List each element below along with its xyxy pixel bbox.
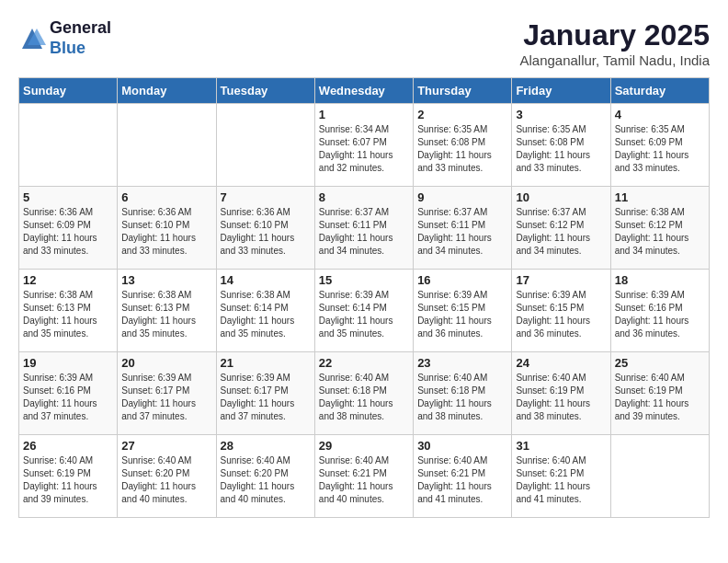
- calendar-cell: 18Sunrise: 6:39 AM Sunset: 6:16 PM Dayli…: [610, 270, 709, 352]
- logo: General Blue: [18, 18, 111, 58]
- day-number: 9: [417, 190, 507, 204]
- calendar-cell: 9Sunrise: 6:37 AM Sunset: 6:11 PM Daylig…: [414, 187, 512, 270]
- day-info: Sunrise: 6:40 AM Sunset: 6:19 PM Dayligh…: [516, 372, 606, 423]
- calendar-cell: 11Sunrise: 6:38 AM Sunset: 6:12 PM Dayli…: [610, 187, 709, 270]
- day-number: 24: [516, 356, 606, 370]
- day-number: 18: [615, 273, 705, 287]
- day-number: 3: [516, 108, 606, 121]
- day-info: Sunrise: 6:36 AM Sunset: 6:10 PM Dayligh…: [121, 206, 211, 258]
- day-info: Sunrise: 6:38 AM Sunset: 6:14 PM Dayligh…: [221, 289, 311, 340]
- location: Alanganallur, Tamil Nadu, India: [519, 52, 710, 68]
- calendar-cell: 19Sunrise: 6:39 AM Sunset: 6:16 PM Dayli…: [19, 352, 118, 435]
- logo-blue-text: Blue: [50, 39, 111, 59]
- header-monday: Monday: [118, 78, 216, 104]
- day-info: Sunrise: 6:35 AM Sunset: 6:08 PM Dayligh…: [516, 123, 606, 175]
- day-info: Sunrise: 6:39 AM Sunset: 6:17 PM Dayligh…: [121, 372, 211, 423]
- header-saturday: Saturday: [610, 78, 709, 104]
- calendar-table: SundayMondayTuesdayWednesdayThursdayFrid…: [18, 77, 710, 518]
- day-number: 17: [516, 273, 606, 287]
- day-info: Sunrise: 6:40 AM Sunset: 6:18 PM Dayligh…: [417, 372, 507, 423]
- calendar-cell: 22Sunrise: 6:40 AM Sunset: 6:18 PM Dayli…: [314, 352, 413, 435]
- day-info: Sunrise: 6:39 AM Sunset: 6:16 PM Dayligh…: [615, 289, 705, 340]
- day-number: 6: [121, 190, 211, 204]
- day-info: Sunrise: 6:40 AM Sunset: 6:21 PM Dayligh…: [417, 454, 507, 506]
- calendar-cell: 13Sunrise: 6:38 AM Sunset: 6:13 PM Dayli…: [118, 270, 216, 352]
- calendar-cell: 2Sunrise: 6:35 AM Sunset: 6:08 PM Daylig…: [414, 104, 512, 187]
- calendar-cell: 25Sunrise: 6:40 AM Sunset: 6:19 PM Dayli…: [610, 352, 709, 435]
- calendar-cell: 14Sunrise: 6:38 AM Sunset: 6:14 PM Dayli…: [216, 270, 314, 352]
- day-info: Sunrise: 6:40 AM Sunset: 6:19 PM Dayligh…: [23, 454, 113, 506]
- day-info: Sunrise: 6:35 AM Sunset: 6:09 PM Dayligh…: [615, 123, 705, 175]
- calendar-cell: 12Sunrise: 6:38 AM Sunset: 6:13 PM Dayli…: [19, 270, 118, 352]
- day-info: Sunrise: 6:37 AM Sunset: 6:12 PM Dayligh…: [516, 206, 606, 258]
- day-number: 28: [221, 439, 311, 453]
- day-info: Sunrise: 6:40 AM Sunset: 6:20 PM Dayligh…: [221, 454, 311, 506]
- day-number: 13: [121, 273, 211, 287]
- calendar-cell: 8Sunrise: 6:37 AM Sunset: 6:11 PM Daylig…: [314, 187, 413, 270]
- month-title: January 2025: [519, 18, 710, 52]
- day-number: 30: [417, 439, 507, 453]
- calendar-cell: 29Sunrise: 6:40 AM Sunset: 6:21 PM Dayli…: [314, 435, 413, 518]
- calendar-cell: 16Sunrise: 6:39 AM Sunset: 6:15 PM Dayli…: [414, 270, 512, 352]
- calendar-cell: 28Sunrise: 6:40 AM Sunset: 6:20 PM Dayli…: [216, 435, 314, 518]
- week-row-1: 5Sunrise: 6:36 AM Sunset: 6:09 PM Daylig…: [19, 187, 710, 270]
- header-wednesday: Wednesday: [314, 78, 413, 104]
- day-info: Sunrise: 6:39 AM Sunset: 6:14 PM Dayligh…: [319, 289, 409, 340]
- day-number: 31: [516, 439, 606, 453]
- calendar-cell: 31Sunrise: 6:40 AM Sunset: 6:21 PM Dayli…: [512, 435, 610, 518]
- day-info: Sunrise: 6:40 AM Sunset: 6:21 PM Dayligh…: [516, 454, 606, 506]
- logo-general-text: General: [50, 18, 111, 39]
- calendar-cell: 17Sunrise: 6:39 AM Sunset: 6:15 PM Dayli…: [512, 270, 610, 352]
- calendar-body: 1Sunrise: 6:34 AM Sunset: 6:07 PM Daylig…: [19, 104, 710, 518]
- day-number: 29: [319, 439, 409, 453]
- day-number: 19: [23, 356, 113, 370]
- day-number: 12: [23, 273, 113, 287]
- title-section: January 2025 Alanganallur, Tamil Nadu, I…: [519, 18, 710, 68]
- day-number: 5: [23, 190, 113, 204]
- calendar-cell: 7Sunrise: 6:36 AM Sunset: 6:10 PM Daylig…: [216, 187, 314, 270]
- day-number: 4: [615, 108, 705, 121]
- day-info: Sunrise: 6:34 AM Sunset: 6:07 PM Dayligh…: [319, 123, 409, 175]
- day-info: Sunrise: 6:35 AM Sunset: 6:08 PM Dayligh…: [417, 123, 507, 175]
- calendar-cell: 27Sunrise: 6:40 AM Sunset: 6:20 PM Dayli…: [118, 435, 216, 518]
- calendar-header: SundayMondayTuesdayWednesdayThursdayFrid…: [19, 78, 710, 104]
- header-tuesday: Tuesday: [216, 78, 314, 104]
- header-sunday: Sunday: [19, 78, 118, 104]
- day-number: 16: [417, 273, 507, 287]
- calendar-cell: 15Sunrise: 6:39 AM Sunset: 6:14 PM Dayli…: [314, 270, 413, 352]
- logo-icon: [18, 25, 46, 52]
- day-info: Sunrise: 6:39 AM Sunset: 6:17 PM Dayligh…: [221, 372, 311, 423]
- day-info: Sunrise: 6:38 AM Sunset: 6:13 PM Dayligh…: [23, 289, 113, 340]
- calendar-cell: 30Sunrise: 6:40 AM Sunset: 6:21 PM Dayli…: [414, 435, 512, 518]
- calendar-cell: 24Sunrise: 6:40 AM Sunset: 6:19 PM Dayli…: [512, 352, 610, 435]
- day-number: 26: [23, 439, 113, 453]
- day-number: 14: [221, 273, 311, 287]
- calendar-cell: [118, 104, 216, 187]
- day-info: Sunrise: 6:37 AM Sunset: 6:11 PM Dayligh…: [319, 206, 409, 258]
- calendar-cell: [19, 104, 118, 187]
- day-info: Sunrise: 6:36 AM Sunset: 6:10 PM Dayligh…: [221, 206, 311, 258]
- day-info: Sunrise: 6:39 AM Sunset: 6:16 PM Dayligh…: [23, 372, 113, 423]
- logo-text: General Blue: [50, 18, 111, 58]
- day-number: 20: [121, 356, 211, 370]
- week-row-4: 26Sunrise: 6:40 AM Sunset: 6:19 PM Dayli…: [19, 435, 710, 518]
- day-number: 8: [319, 190, 409, 204]
- calendar-cell: 10Sunrise: 6:37 AM Sunset: 6:12 PM Dayli…: [512, 187, 610, 270]
- day-number: 21: [221, 356, 311, 370]
- day-info: Sunrise: 6:40 AM Sunset: 6:18 PM Dayligh…: [319, 372, 409, 423]
- header-row: SundayMondayTuesdayWednesdayThursdayFrid…: [19, 78, 710, 104]
- day-info: Sunrise: 6:40 AM Sunset: 6:20 PM Dayligh…: [121, 454, 211, 506]
- calendar-cell: 26Sunrise: 6:40 AM Sunset: 6:19 PM Dayli…: [19, 435, 118, 518]
- week-row-0: 1Sunrise: 6:34 AM Sunset: 6:07 PM Daylig…: [19, 104, 710, 187]
- day-info: Sunrise: 6:40 AM Sunset: 6:21 PM Dayligh…: [319, 454, 409, 506]
- calendar-cell: 3Sunrise: 6:35 AM Sunset: 6:08 PM Daylig…: [512, 104, 610, 187]
- week-row-2: 12Sunrise: 6:38 AM Sunset: 6:13 PM Dayli…: [19, 270, 710, 352]
- calendar-cell: 23Sunrise: 6:40 AM Sunset: 6:18 PM Dayli…: [414, 352, 512, 435]
- calendar-cell: 4Sunrise: 6:35 AM Sunset: 6:09 PM Daylig…: [610, 104, 709, 187]
- calendar-cell: [610, 435, 709, 518]
- day-number: 1: [319, 108, 409, 121]
- calendar-cell: 6Sunrise: 6:36 AM Sunset: 6:10 PM Daylig…: [118, 187, 216, 270]
- calendar-cell: 21Sunrise: 6:39 AM Sunset: 6:17 PM Dayli…: [216, 352, 314, 435]
- day-info: Sunrise: 6:37 AM Sunset: 6:11 PM Dayligh…: [417, 206, 507, 258]
- day-number: 22: [319, 356, 409, 370]
